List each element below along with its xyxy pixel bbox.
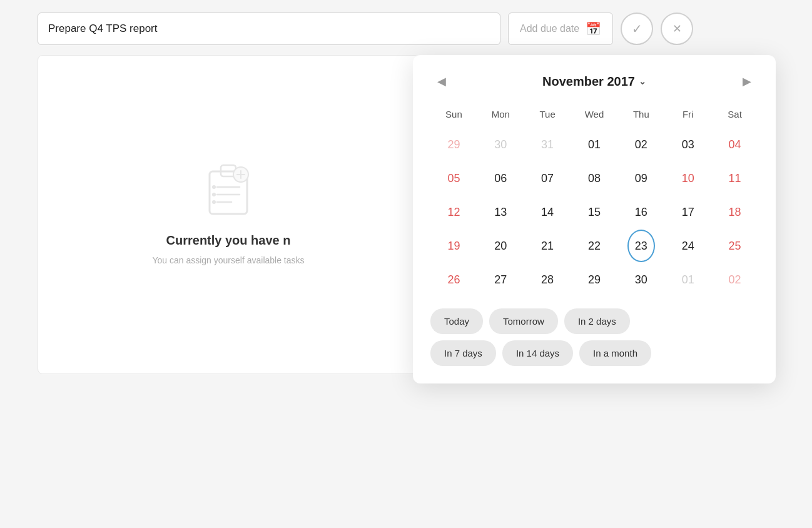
calendar-days: 2930310102030405060708091011121314151617… (430, 128, 758, 296)
calendar-grid: Sun Mon Tue Wed Thu Fri Sat 293031010203… (430, 105, 758, 296)
month-title[interactable]: November 2017 ⌄ (542, 74, 646, 89)
calendar-day[interactable]: 07 (534, 162, 561, 195)
calendar-day[interactable]: 02 (721, 263, 749, 296)
calendar-day[interactable]: 18 (721, 196, 749, 228)
calendar-day[interactable]: 28 (534, 263, 561, 296)
calendar-day[interactable]: 12 (440, 196, 467, 228)
in-a-month-button[interactable]: In a month (579, 340, 651, 366)
calendar-day[interactable]: 22 (581, 230, 608, 262)
calendar-day[interactable]: 09 (627, 162, 655, 195)
due-date-label: Add due date (520, 23, 579, 34)
confirm-button[interactable]: ✓ (621, 13, 653, 45)
calendar-icon: 📅 (586, 21, 601, 36)
quick-row-2: In 7 days In 14 days In a month (430, 340, 758, 366)
calendar-day[interactable]: 31 (534, 128, 561, 161)
calendar-day[interactable]: 21 (534, 230, 561, 262)
month-label: November 2017 (542, 74, 635, 89)
calendar-day[interactable]: 02 (627, 128, 655, 161)
calendar-day[interactable]: 14 (534, 196, 561, 228)
calendar-day[interactable]: 13 (487, 196, 514, 228)
close-icon: ✕ (672, 22, 682, 36)
main-area: Currently you have n You can assign your… (38, 55, 774, 374)
svg-point-5 (212, 185, 216, 189)
weekdays-row: Sun Mon Tue Wed Thu Fri Sat (430, 105, 758, 123)
weekday-sun: Sun (430, 105, 477, 123)
weekday-wed: Wed (571, 105, 618, 123)
tomorrow-button[interactable]: Tomorrow (489, 308, 558, 334)
calendar-day[interactable]: 19 (440, 230, 467, 262)
calendar-header: ◀ November 2017 ⌄ ▶ (430, 70, 758, 93)
calendar-day[interactable]: 15 (581, 196, 608, 228)
calendar-day[interactable]: 08 (581, 162, 608, 195)
calendar-day[interactable]: 24 (674, 230, 702, 262)
calendar-day[interactable]: 29 (581, 263, 608, 296)
month-dropdown-icon: ⌄ (639, 76, 646, 86)
in-2-days-button[interactable]: In 2 days (564, 308, 630, 334)
prev-month-button[interactable]: ◀ (430, 70, 453, 93)
calendar-day[interactable]: 11 (721, 162, 749, 195)
calendar-day[interactable]: 17 (674, 196, 702, 228)
task-panel: Currently you have n You can assign your… (38, 55, 419, 374)
in-7-days-button[interactable]: In 7 days (430, 340, 496, 366)
calendar-day[interactable]: 20 (487, 230, 514, 262)
due-date-button[interactable]: Add due date 📅 (508, 13, 613, 45)
next-month-button[interactable]: ▶ (736, 70, 758, 93)
calendar-day[interactable]: 30 (627, 263, 655, 296)
weekday-thu: Thu (617, 105, 664, 123)
calendar-day[interactable]: 16 (627, 196, 655, 228)
empty-title: Currently you have n (166, 233, 291, 248)
weekday-tue: Tue (524, 105, 571, 123)
weekday-mon: Mon (477, 105, 524, 123)
calendar-day[interactable]: 27 (487, 263, 514, 296)
empty-state-icon (203, 162, 253, 218)
quick-dates: Today Tomorrow In 2 days In 7 days In 14… (430, 308, 758, 366)
calendar-day[interactable]: 01 (581, 128, 608, 161)
empty-desc: You can assign yourself available tasks (152, 254, 304, 267)
quick-row-1: Today Tomorrow In 2 days (430, 308, 758, 334)
in-14-days-button[interactable]: In 14 days (502, 340, 573, 366)
task-input[interactable] (38, 13, 500, 45)
calendar-day[interactable]: 01 (674, 263, 702, 296)
calendar-day[interactable]: 04 (721, 128, 749, 161)
calendar-day[interactable]: 23 (627, 230, 655, 262)
svg-point-7 (212, 200, 216, 204)
weekday-fri: Fri (664, 105, 711, 123)
weekday-sat: Sat (711, 105, 758, 123)
top-bar: Add due date 📅 ✓ ✕ (0, 0, 812, 55)
calendar-day[interactable]: 30 (487, 128, 514, 161)
check-icon: ✓ (632, 21, 642, 36)
calendar-day[interactable]: 10 (674, 162, 702, 195)
svg-point-6 (212, 193, 216, 196)
calendar-day[interactable]: 05 (440, 162, 467, 195)
calendar-day[interactable]: 06 (487, 162, 514, 195)
today-button[interactable]: Today (430, 308, 483, 334)
cancel-button[interactable]: ✕ (661, 13, 693, 45)
calendar-day[interactable]: 25 (721, 230, 749, 262)
calendar-dropdown: ◀ November 2017 ⌄ ▶ Sun Mon Tue Wed Thu … (413, 55, 776, 383)
calendar-day[interactable]: 29 (440, 128, 467, 161)
calendar-day[interactable]: 26 (440, 263, 467, 296)
calendar-day[interactable]: 03 (674, 128, 702, 161)
